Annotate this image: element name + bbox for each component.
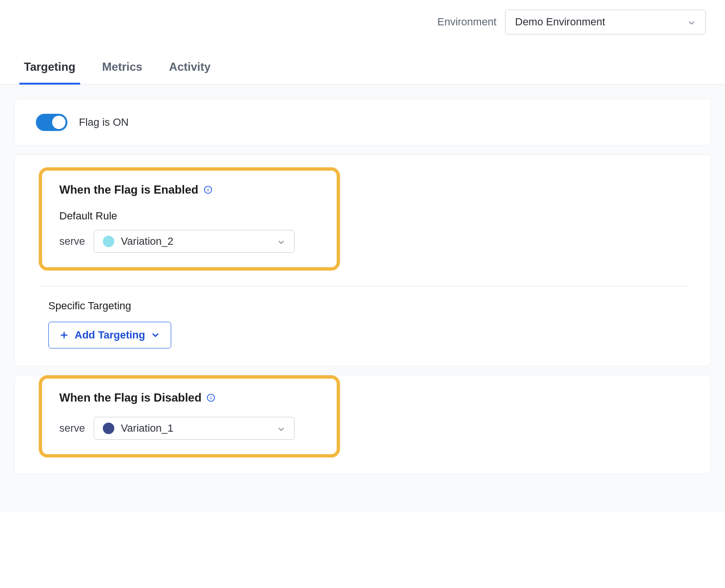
environment-label: Environment <box>437 16 496 28</box>
flag-enabled-card: When the Flag is Enabled Default Rule se… <box>14 154 711 366</box>
add-targeting-label: Add Targeting <box>75 329 145 341</box>
disabled-highlight: When the Flag is Disabled serve Variatio… <box>39 375 340 457</box>
toggle-knob <box>52 116 66 129</box>
variation-swatch-disabled <box>103 423 114 434</box>
info-icon[interactable] <box>206 393 216 403</box>
variation-swatch-enabled <box>103 236 114 247</box>
default-rule-label: Default Rule <box>59 210 319 222</box>
flag-state-label: Flag is ON <box>79 116 129 129</box>
divider <box>39 286 689 286</box>
specific-targeting-title: Specific Targeting <box>48 300 689 312</box>
chevron-down-icon <box>277 424 286 433</box>
plus-icon <box>59 330 69 340</box>
tab-metrics[interactable]: Metrics <box>102 49 143 84</box>
svg-point-7 <box>211 396 212 397</box>
add-targeting-button[interactable]: Add Targeting <box>48 322 171 348</box>
environment-selected-value: Demo Environment <box>515 16 605 28</box>
flag-disabled-card: When the Flag is Disabled serve Variatio… <box>14 375 711 474</box>
tabs: Targeting Metrics Activity <box>0 49 725 85</box>
disabled-title: When the Flag is Disabled <box>59 391 201 404</box>
serve-label-disabled: serve <box>59 422 85 435</box>
svg-point-2 <box>208 188 209 189</box>
chevron-down-icon <box>277 237 286 246</box>
serve-label-enabled: serve <box>59 235 85 248</box>
tab-targeting[interactable]: Targeting <box>24 49 76 84</box>
environment-select[interactable]: Demo Environment <box>505 10 706 34</box>
enabled-title: When the Flag is Enabled <box>59 183 198 196</box>
tab-activity[interactable]: Activity <box>169 49 211 84</box>
info-icon[interactable] <box>203 185 213 195</box>
disabled-variation-select[interactable]: Variation_1 <box>94 417 295 440</box>
chevron-down-icon <box>687 18 696 26</box>
environment-bar: Environment Demo Environment <box>0 0 725 49</box>
enabled-variation-select[interactable]: Variation_2 <box>94 230 295 253</box>
flag-toggle[interactable] <box>36 114 67 131</box>
flag-state-card: Flag is ON <box>14 99 711 146</box>
content-area: Flag is ON When the Flag is Enabled Defa… <box>0 85 725 512</box>
chevron-down-icon <box>151 330 160 340</box>
disabled-variation-name: Variation_1 <box>121 422 174 435</box>
enabled-variation-name: Variation_2 <box>121 235 174 248</box>
enabled-highlight: When the Flag is Enabled Default Rule se… <box>39 167 340 271</box>
